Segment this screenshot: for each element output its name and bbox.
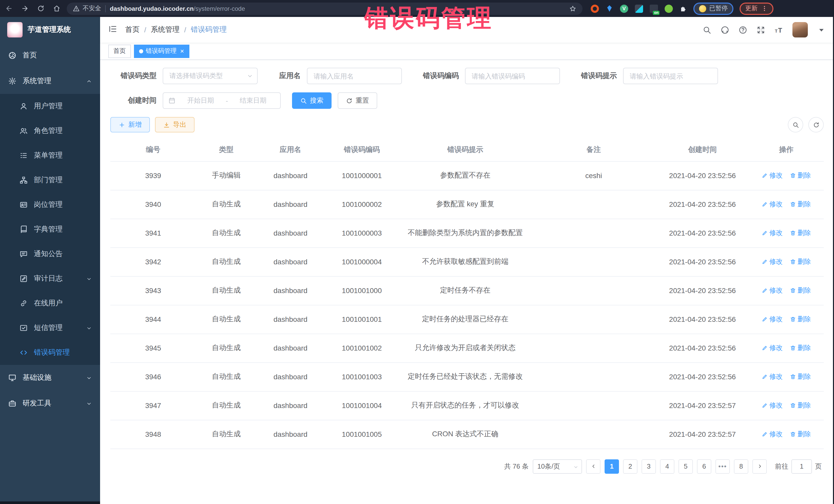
fullscreen-icon[interactable] [756,25,765,34]
sidebar-item-home[interactable]: 首页 [0,43,100,68]
date-range-picker[interactable]: 开始日期 - 结束日期 [163,92,281,109]
edit-link[interactable]: 修改 [762,372,783,381]
header-search-icon[interactable] [703,25,711,34]
sidebar-item-audit-log[interactable]: 审计日志 [0,266,100,291]
extension-icon-4[interactable] [635,4,643,13]
trash-icon [790,345,796,351]
sidebar-item-dev-tools[interactable]: 研发工具 [0,391,100,416]
page-ellipsis-button[interactable]: ••• [716,459,730,474]
delete-link[interactable]: 删除 [790,372,811,381]
chevron-down-icon [86,325,92,331]
reset-button[interactable]: 重置 [338,92,377,109]
edit-link[interactable]: 修改 [762,401,783,410]
sidebar-item-sms[interactable]: 短信管理 [0,316,100,340]
chevron-left-icon [591,463,596,469]
export-button[interactable]: 导出 [155,117,195,132]
edit-link[interactable]: 修改 [762,228,783,238]
sidebar-item-dictionary[interactable]: 字典管理 [0,217,100,242]
font-size-icon[interactable] [774,25,783,34]
toggle-search-button[interactable] [788,117,803,132]
trash-icon [790,201,796,207]
link-icon [20,299,28,307]
app-name-input[interactable] [307,68,402,84]
sidebar-item-announcements[interactable]: 通知公告 [0,242,100,266]
delete-link[interactable]: 删除 [790,200,811,209]
add-button[interactable]: 新增 [110,117,150,132]
delete-link[interactable]: 删除 [790,343,811,353]
extension-icon-6[interactable] [665,4,673,13]
sidebar-collapse-button[interactable] [108,24,117,35]
sidebar-logo[interactable]: 芋道管理系统 [0,17,100,43]
page-button-3[interactable]: 3 [641,459,656,474]
goto-page-input[interactable] [791,459,812,474]
edit-link[interactable]: 修改 [762,257,783,266]
browser-update-button[interactable]: 更新 [740,2,773,15]
breadcrumb-system[interactable]: 系统管理 [151,25,180,35]
prev-page-button[interactable] [586,459,600,474]
page-button-6[interactable]: 6 [697,459,711,474]
browser-menu-dots-icon[interactable] [761,5,768,12]
edit-link[interactable]: 修改 [762,343,783,353]
github-icon[interactable] [721,25,729,34]
help-icon[interactable] [739,25,747,34]
warning-icon [73,5,80,12]
edit-link[interactable]: 修改 [762,430,783,439]
page-size-select[interactable]: 10条/页 [533,459,582,474]
delete-link[interactable]: 删除 [790,430,811,439]
refresh-table-button[interactable] [808,117,824,132]
extension-icon-2[interactable] [606,5,613,12]
bookmark-star-icon[interactable] [569,5,576,12]
table-row: 3942自动生成 dashboard1001000004 不允许获取敏感配置到前… [110,247,824,276]
edit-link[interactable]: 修改 [762,286,783,295]
page-button-5[interactable]: 5 [679,459,693,474]
sidebar-item-online-users[interactable]: 在线用户 [0,291,100,316]
browser-reload-icon[interactable] [37,5,45,12]
browser-home-icon[interactable] [53,5,61,12]
sidebar-item-positions[interactable]: 岗位管理 [0,193,100,217]
extension-icon-1[interactable] [591,4,599,13]
page-button-8[interactable]: 8 [734,459,748,474]
sidebar-item-departments[interactable]: 部门管理 [0,168,100,193]
caret-down-icon[interactable] [817,25,826,34]
refresh-icon [813,122,819,128]
delete-link[interactable]: 删除 [790,171,811,180]
delete-link[interactable]: 删除 [790,257,811,266]
error-msg-input[interactable] [623,68,718,84]
next-page-button[interactable] [752,459,767,474]
address-bar[interactable]: 不安全 dashboard.yudao.iocoder.cn/system/er… [67,2,583,15]
sidebar-item-error-code[interactable]: 错误码管理 [0,340,100,365]
edit-link[interactable]: 修改 [762,171,783,180]
user-avatar[interactable] [792,22,808,38]
tab-home[interactable]: 首页 [108,44,131,58]
sidebar-item-system[interactable]: 系统管理 [0,68,100,94]
security-warning[interactable]: 不安全 [73,4,101,13]
page-button-4[interactable]: 4 [660,459,674,474]
delete-link[interactable]: 删除 [790,286,811,295]
page-button-2[interactable]: 2 [623,459,637,474]
sidebar-item-roles[interactable]: 角色管理 [0,118,100,143]
extensions-puzzle-icon[interactable] [680,5,687,12]
edit-link[interactable]: 修改 [762,200,783,209]
browser-back-icon[interactable] [5,5,13,12]
search-button[interactable]: 搜索 [292,92,332,109]
delete-link[interactable]: 删除 [790,314,811,324]
pencil-icon [762,259,768,265]
browser-profile-button[interactable]: 已暂停 [694,2,733,15]
edit-link[interactable]: 修改 [762,314,783,324]
sidebar-item-users[interactable]: 用户管理 [0,94,100,118]
page-button-1[interactable]: 1 [605,459,619,474]
delete-link[interactable]: 删除 [790,401,811,410]
browser-forward-icon[interactable] [21,5,29,12]
sidebar-item-menus[interactable]: 菜单管理 [0,143,100,168]
sidebar-item-infrastructure[interactable]: 基础设施 [0,365,100,391]
tab-error-code[interactable]: 错误码管理 × [134,44,189,58]
pencil-icon [762,201,768,207]
error-code-input[interactable] [465,68,560,84]
extension-icon-5[interactable] [650,4,658,13]
error-code-type-select[interactable]: 请选择错误码类型 [163,68,258,84]
breadcrumb-home[interactable]: 首页 [125,25,139,35]
extension-icon-3[interactable]: V [620,4,628,13]
delete-link[interactable]: 删除 [790,228,811,238]
trash-icon [790,374,796,380]
tab-close-icon[interactable]: × [180,48,184,54]
